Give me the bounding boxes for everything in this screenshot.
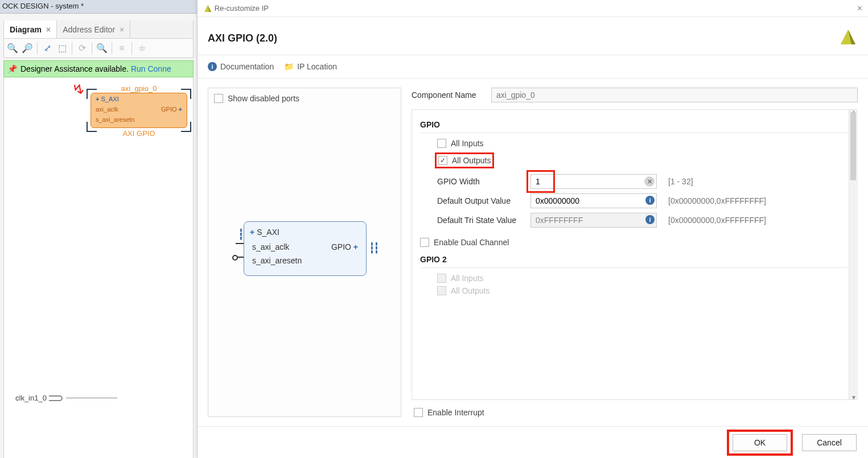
close-icon[interactable]: ×	[120, 25, 124, 34]
component-name-label: Component Name	[412, 90, 486, 100]
dialog-header: AXI GPIO (2.0)	[198, 17, 868, 55]
zoom-out-icon[interactable]: 🔍	[21, 42, 34, 55]
default-output-range: [0x00000000,0xFFFFFFFF]	[668, 196, 766, 205]
more-icon[interactable]: ≑	[135, 42, 148, 55]
port-s-axi-aclk: s_axi_aclk	[252, 242, 289, 251]
port-label: clk_in1_0	[15, 394, 47, 402]
select-area-icon[interactable]: ⬚	[56, 42, 68, 55]
separator	[37, 42, 38, 55]
tab-label: Address Editor	[63, 25, 115, 34]
info-icon[interactable]: i	[645, 196, 655, 205]
all-inputs-checkbox[interactable]: All Inputs	[437, 139, 848, 148]
config-panel: Component Name ▲ ▼ GPIO All Inputs	[412, 88, 858, 417]
checkbox-icon[interactable]	[438, 156, 447, 165]
checkbox-label: All Outputs	[452, 156, 491, 165]
gpio2-group-title: GPIO 2	[420, 255, 848, 268]
bus-icon: ┇	[238, 228, 242, 241]
checkbox-icon[interactable]	[437, 139, 446, 148]
checkbox-icon[interactable]	[420, 238, 429, 247]
separator	[112, 42, 112, 55]
vivado-logo-icon	[203, 4, 212, 13]
tab-address-editor[interactable]: Address Editor ×	[57, 20, 130, 38]
fit-icon[interactable]: ⤢	[41, 42, 54, 55]
gpio-width-row: GPIO Width ✕ [1 - 32]	[437, 174, 848, 189]
port-s-axi-aresetn: s_axi_aresetn	[252, 256, 302, 265]
ok-button[interactable]: OK	[733, 434, 787, 451]
info-icon[interactable]: i	[645, 215, 655, 224]
checkbox-icon	[437, 274, 446, 283]
dialog-body: Show disabled ports ┇ +S_AXI s_axi_aclk …	[198, 79, 868, 426]
cancel-button[interactable]: Cancel	[802, 434, 857, 451]
designer-assist-banner: 📌 Designer Assistance available. Run Con…	[3, 60, 194, 77]
bd-tab-bar: Diagram × Address Editor ×	[3, 20, 194, 39]
checkbox-label: All Inputs	[451, 139, 484, 148]
gpio-group-title: GPIO	[420, 120, 848, 133]
port-gpio: GPIO +	[331, 242, 360, 251]
separator	[131, 42, 132, 55]
port-gpio[interactable]: GPIO +	[161, 106, 182, 113]
collapse-icon[interactable]: ≡	[116, 42, 128, 55]
default-tri-label: Default Tri State Value	[437, 216, 523, 225]
default-tri-range: [0x00000000,0xFFFFFFFF]	[668, 216, 766, 225]
gpio2-all-inputs-checkbox: All Inputs	[437, 274, 848, 283]
port-axi-aresetn[interactable]: s_axi_aresetn	[96, 116, 135, 123]
pin-icon: 📌	[7, 64, 17, 73]
checkbox-icon[interactable]	[214, 94, 223, 103]
default-output-input[interactable]	[530, 193, 657, 208]
ip-instance-name: axi_gpio_0	[90, 84, 187, 93]
external-port-clk-in1[interactable]: clk_in1_0	[15, 394, 117, 402]
checkbox-label: Show disabled ports	[228, 94, 299, 103]
bd-window-title: OCK DESIGN - system *	[0, 0, 197, 14]
close-icon[interactable]: ×	[857, 3, 862, 14]
ip-preview-block: +S_AXI s_axi_aclk s_axi_aresetn GPIO +	[244, 221, 367, 276]
checkbox-icon	[437, 286, 446, 295]
checkbox-icon[interactable]	[414, 408, 423, 417]
annotation-highlight	[529, 172, 553, 191]
documentation-link[interactable]: i Documentation	[208, 62, 274, 71]
component-name-row: Component Name	[412, 88, 858, 102]
gpio-width-range: [1 - 32]	[668, 177, 693, 186]
annotation-arrow-icon: ↯	[69, 79, 87, 100]
enable-dual-channel-checkbox[interactable]: Enable Dual Channel	[420, 238, 848, 247]
block-design-window: OCK DESIGN - system * Diagram × Address …	[0, 0, 197, 458]
separator	[92, 42, 92, 55]
gpio-width-label: GPIO Width	[437, 177, 523, 186]
annotation-highlight: OK	[728, 431, 792, 455]
port-s-axi: +S_AXI	[250, 228, 279, 237]
bd-canvas[interactable]: ↯ axi_gpio_0 + S_AXI axi_aclk s_axi_ares…	[3, 77, 194, 458]
refresh-icon[interactable]: ⟳	[76, 42, 88, 55]
dialog-footer: OK Cancel	[198, 426, 868, 458]
ip-block-axi-gpio[interactable]: axi_gpio_0 + S_AXI axi_aclk s_axi_areset…	[90, 84, 187, 138]
separator	[72, 42, 72, 55]
search-icon[interactable]: 🔍	[96, 42, 108, 55]
selection-handle	[181, 89, 191, 99]
tab-diagram[interactable]: Diagram ×	[4, 20, 57, 38]
zoom-in-icon[interactable]: 🔍	[6, 42, 19, 55]
checkbox-label: All Inputs	[451, 274, 484, 283]
banner-text: Designer Assistance available.	[20, 64, 129, 73]
info-icon: i	[208, 62, 217, 71]
checkbox-label: All Outputs	[451, 286, 489, 295]
ip-location-link[interactable]: 📁 IP Location	[284, 62, 337, 71]
xilinx-logo-icon	[838, 27, 858, 49]
default-tri-row: Default Tri State Value i [0x00000000,0x…	[437, 213, 848, 228]
port-axi-aclk[interactable]: axi_aclk	[96, 106, 118, 113]
clear-icon[interactable]: ✕	[644, 176, 655, 187]
run-connection-link[interactable]: Run Conne	[131, 64, 171, 73]
enable-interrupt-checkbox[interactable]: Enable Interrupt	[414, 408, 858, 417]
all-outputs-checkbox[interactable]: All Outputs	[437, 155, 492, 166]
dialog-titlebar[interactable]: Re-customize IP ×	[198, 0, 868, 17]
checkbox-label: Enable Dual Channel	[434, 238, 509, 247]
port-connector-icon	[49, 395, 63, 401]
config-scroll-area: ▲ ▼ GPIO All Inputs All Outputs GPIO Wid…	[412, 109, 858, 400]
component-name-input[interactable]	[491, 88, 858, 102]
port-s-axi[interactable]: + S_AXI	[96, 96, 119, 102]
show-disabled-ports-checkbox[interactable]: Show disabled ports	[214, 94, 395, 103]
ip-body[interactable]: + S_AXI axi_aclk s_axi_aresetn GPIO +	[90, 93, 187, 128]
chevron-up-icon[interactable]: ▲	[851, 109, 857, 115]
chevron-down-icon[interactable]: ▼	[851, 394, 857, 400]
bd-toolbar: 🔍 🔍 ⤢ ⬚ ⟳ 🔍 ≡ ≑	[3, 39, 194, 58]
bus-icon: ┇┇	[369, 242, 378, 254]
vertical-scrollbar[interactable]: ▲ ▼	[849, 110, 858, 399]
close-icon[interactable]: ×	[46, 25, 51, 34]
